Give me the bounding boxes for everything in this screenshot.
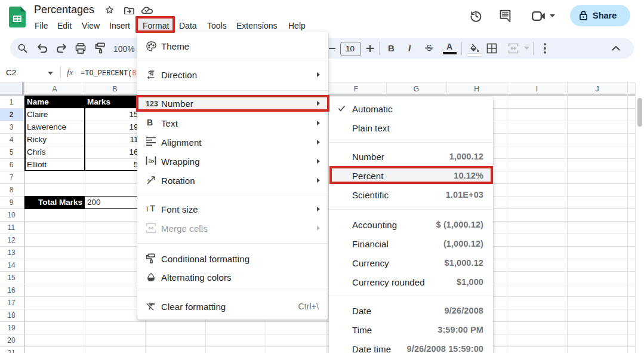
svg-text:B: B xyxy=(147,118,153,127)
svg-text:a: a xyxy=(149,157,153,164)
svg-text:T: T xyxy=(146,206,149,213)
svg-text:T: T xyxy=(150,204,155,212)
